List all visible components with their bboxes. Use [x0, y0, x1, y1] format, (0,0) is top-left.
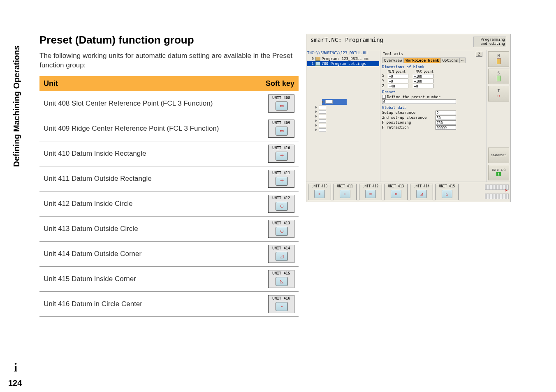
unit-text: Unit 413 Datum Outside Circle [39, 216, 249, 241]
diag-label: DIAGNOSIS [491, 154, 507, 157]
ss-softkey-label: UNIT 412 [359, 184, 382, 188]
softkey-icon[interactable]: UNIT 414◿ [268, 245, 294, 263]
ss-body: TNC:\\SMARTNC\\123_DRILL.HU 0 Program: 1… [306, 50, 510, 182]
softkey-icon[interactable]: UNIT 413⊕ [268, 220, 294, 238]
softkey-cell: UNIT 416∘ [249, 291, 299, 316]
rb-diagnosis-button[interactable]: DIAGNOSIS [488, 148, 509, 163]
preset-value-input[interactable]: 0 [382, 99, 456, 104]
ss-softkey-button[interactable]: UNIT 410✛ [308, 184, 331, 200]
tab-workpiece-blank[interactable]: Workpiece blank [403, 58, 441, 63]
main-content: Preset (Datum) function group The follow… [39, 34, 299, 317]
dims-title: Dimensions of blank [382, 65, 485, 69]
fpos-input[interactable]: 750 [436, 120, 456, 125]
row0-text: Program: 123_DRILL mm [322, 57, 368, 61]
rb-m-button[interactable]: M [488, 51, 509, 67]
setup-clearance-label: Setup clearance [382, 111, 436, 115]
x-min-input[interactable]: +0 [388, 74, 408, 78]
ss-softkey-button[interactable]: UNIT 413⊕ [385, 184, 408, 200]
softkey-icon[interactable]: UNIT 409▭ [268, 120, 294, 138]
z-min-input[interactable]: -40 [388, 84, 408, 88]
info-glyph: i [14, 360, 17, 374]
softkey-icon[interactable]: UNIT 410✛ [268, 145, 294, 163]
z-row: Z -40 +0 [382, 84, 485, 88]
s-icon: S [498, 71, 500, 75]
tab-overview[interactable]: Overview [382, 58, 404, 63]
toolaxis-row: Tool axis Z [382, 52, 485, 58]
fret-row: F retraction 99999 [382, 125, 485, 130]
tool-shape-icon [497, 58, 501, 64]
softkey-label: UNIT 413 [269, 221, 294, 225]
tree-placeholder-area [307, 99, 379, 132]
second-setup-input[interactable]: 50 [436, 115, 456, 120]
y-row: Y +0 +100 [382, 79, 485, 83]
softkey-icon[interactable]: UNIT 411✛ [268, 170, 294, 188]
x-label: X [382, 74, 388, 78]
y-max-input[interactable]: +100 [413, 79, 433, 83]
softkey-label: UNIT 412 [269, 196, 294, 200]
ss-title: smarT.NC: Programming [310, 37, 383, 47]
ss-mode: Programming and editing [473, 37, 506, 47]
tab-options[interactable]: Options [440, 58, 460, 63]
unit-text: Unit 411 Datum Outside Rectangle [39, 166, 249, 191]
pager-bar [485, 194, 509, 199]
info-icon: i [9, 361, 22, 374]
softkey-cell: UNIT 410✛ [249, 141, 299, 166]
ss-softkey-label: UNIT 415 [436, 184, 458, 188]
side-tab-text: Defining Machining Operations [12, 45, 22, 167]
softkey-label: UNIT 411 [269, 171, 294, 175]
program-tree[interactable]: TNC:\\SMARTNC\\123_DRILL.HU 0 Program: 1… [306, 50, 380, 182]
chevron-right-icon [315, 111, 317, 113]
softkey-glyph-icon: ⊕ [276, 227, 288, 236]
z-max-input[interactable]: +0 [413, 84, 433, 88]
tree-row-0[interactable]: 0 Program: 123_DRILL mm [307, 56, 379, 61]
ss-softkey-button[interactable]: UNIT 414◿ [410, 184, 433, 200]
unit-text: Unit 414 Datum Outside Corner [39, 241, 249, 266]
tab-scroll-icon[interactable]: ⇔ [459, 58, 466, 63]
ss-pager[interactable]: ➤ [485, 184, 509, 200]
form-tabs: Overview Workpiece blank Options ⇔ [382, 58, 485, 63]
softkey-glyph-icon: ✛ [276, 177, 288, 186]
ss-softkey-glyph-icon: ⊕ [365, 190, 376, 198]
softkey-icon[interactable]: UNIT 408▭ [268, 95, 294, 113]
page-heading: Preset (Datum) function group [39, 34, 299, 46]
softkey-icon[interactable]: UNIT 416∘ [268, 295, 294, 313]
t-icon: T [498, 89, 500, 93]
fret-input[interactable]: 99999 [436, 125, 456, 130]
placeholder-box [319, 124, 326, 127]
info-label: INFO 1/3 [492, 168, 506, 172]
rb-info-button[interactable]: INFO 1/3i [488, 165, 509, 180]
col-max-label: MAX point [416, 70, 444, 74]
x-row: X +0 +100 [382, 74, 485, 78]
chevron-right-icon [315, 129, 317, 131]
ss-softkey-button[interactable]: UNIT 415◺ [436, 184, 459, 200]
unit-text: Unit 412 Datum Inside Circle [39, 191, 249, 216]
pager-arrow-icon: ➤ [485, 187, 509, 194]
preset-checkbox[interactable] [382, 95, 386, 99]
softkey-cell: UNIT 413⊕ [249, 216, 299, 241]
side-tab: Defining Machining Operations [11, 34, 23, 178]
rb-s-button[interactable]: S [488, 69, 509, 84]
x-max-input[interactable]: +100 [413, 74, 433, 78]
ss-softkey-button[interactable]: UNIT 412⊕ [359, 184, 382, 200]
toolaxis-value[interactable]: Z [476, 52, 482, 57]
softkey-glyph-icon: ▭ [276, 101, 288, 111]
tree-row-1-selected[interactable]: 1 700 Program settings [307, 61, 379, 66]
placeholder-box [319, 115, 326, 118]
softkey-cell: UNIT 409▭ [249, 116, 299, 141]
y-min-input[interactable]: +0 [388, 79, 408, 83]
chevron-right-icon [315, 124, 317, 127]
softkey-glyph-icon: ✛ [276, 152, 288, 161]
softkey-icon[interactable]: UNIT 412⊕ [268, 195, 294, 213]
softkey-label: UNIT 408 [269, 96, 294, 100]
tree-selected-placeholder [322, 99, 347, 105]
softkey-label: UNIT 415 [269, 271, 294, 275]
table-row: Unit 412 Datum Inside CircleUNIT 412⊕ [39, 191, 299, 216]
ss-softkey-label: UNIT 413 [385, 184, 407, 188]
setup-clearance-input[interactable]: 2 [436, 111, 456, 115]
softkey-icon[interactable]: UNIT 415◺ [268, 270, 294, 288]
softkey-glyph-icon: ∘ [276, 302, 288, 311]
rb-t-button[interactable]: T↔ [488, 86, 509, 101]
ss-softkey-button[interactable]: UNIT 411✛ [334, 184, 357, 200]
ss-spacer [461, 184, 482, 200]
global-title: Global data [382, 106, 485, 110]
